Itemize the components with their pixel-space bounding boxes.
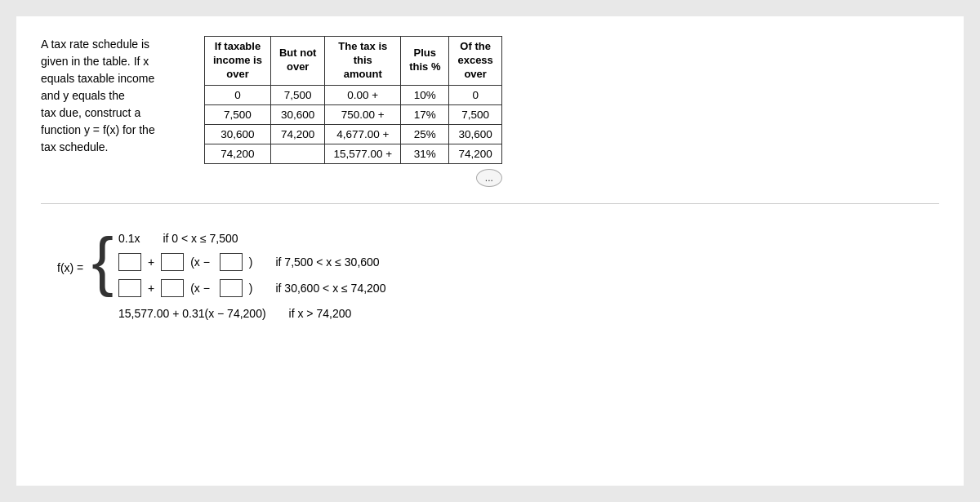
- col-header-4: Plus this %: [401, 37, 449, 86]
- col-header-2: But not over: [270, 37, 324, 86]
- tax-table: If taxable income is over But not over T…: [204, 36, 502, 164]
- row4-col5: 74,200: [449, 144, 501, 163]
- piecewise-lines: 0.1x if 0 < x ≤ 7,500 + (x − ) if 7,500 …: [118, 229, 385, 320]
- row2-col5: 7,500: [449, 104, 501, 124]
- table-row: 0 7,500 0.00 + 10% 0: [205, 85, 502, 104]
- row1-col3: 0.00 +: [325, 85, 401, 104]
- paren-open-2: (x −: [190, 255, 213, 269]
- fx-label: f(x) =: [57, 229, 83, 274]
- row3-col5: 30,600: [449, 124, 501, 144]
- section-divider: [41, 203, 939, 204]
- pw-line-4: 15,577.00 + 0.31(x − 74,200) if x > 74,2…: [118, 307, 385, 320]
- table-row: 74,200 15,577.00 + 31% 74,200: [205, 144, 502, 163]
- row1-col4: 10%: [401, 85, 449, 104]
- row1-col2: 7,500: [270, 85, 324, 104]
- plus-sign-2: +: [148, 255, 154, 269]
- desc-line2: given in the table. If x: [41, 55, 149, 68]
- col-header-3: The tax is this amount: [325, 37, 401, 86]
- table-row: 7,500 30,600 750.00 + 17% 7,500: [205, 104, 502, 124]
- pw-cond-3: if 30,600 < x ≤ 74,200: [275, 282, 385, 295]
- row3-col3: 4,677.00 +: [325, 124, 401, 144]
- desc-line3: equals taxable income: [41, 72, 154, 85]
- row2-col1: 7,500: [205, 104, 271, 124]
- desc-line1: A tax rate schedule is: [41, 38, 149, 51]
- box-input-2b[interactable]: [161, 253, 184, 271]
- row2-col2: 30,600: [270, 104, 324, 124]
- top-row: A tax rate schedule is given in the tabl…: [41, 36, 939, 187]
- row1-col5: 0: [449, 85, 501, 104]
- row4-col1: 74,200: [205, 144, 271, 163]
- box-input-2a[interactable]: [118, 253, 141, 271]
- plus-sign-3: +: [148, 282, 154, 295]
- box-input-3c[interactable]: [220, 279, 243, 297]
- box-input-2c[interactable]: [220, 253, 243, 271]
- table-and-dots: If taxable income is over But not over T…: [204, 36, 502, 187]
- desc-line7: tax schedule.: [41, 140, 109, 153]
- pw-line-1: 0.1x if 0 < x ≤ 7,500: [118, 232, 385, 245]
- table-row: 30,600 74,200 4,677.00 + 25% 30,600: [205, 124, 502, 144]
- col-header-1: If taxable income is over: [205, 37, 271, 86]
- pw-expr-4: 15,577.00 + 0.31(x − 74,200): [118, 307, 266, 320]
- col-header-5: Of the excess over: [449, 37, 501, 86]
- pw-line-2: + (x − ) if 7,500 < x ≤ 30,600: [118, 253, 385, 271]
- description-text: A tax rate schedule is given in the tabl…: [41, 36, 204, 156]
- row4-col2: [270, 144, 324, 163]
- row3-col2: 74,200: [270, 124, 324, 144]
- pw-cond-1: if 0 < x ≤ 7,500: [163, 232, 238, 245]
- brace-container: { 0.1x if 0 < x ≤ 7,500 + (x − ) if 7,50…: [91, 229, 385, 320]
- row1-col1: 0: [205, 85, 271, 104]
- row3-col1: 30,600: [205, 124, 271, 144]
- bottom-section: f(x) = { 0.1x if 0 < x ≤ 7,500 + (x − ): [41, 220, 939, 320]
- row2-col3: 750.00 +: [325, 104, 401, 124]
- row4-col3: 15,577.00 +: [325, 144, 401, 163]
- row4-col4: 31%: [401, 144, 449, 163]
- row3-col4: 25%: [401, 124, 449, 144]
- paren-close-2: ): [249, 255, 253, 269]
- desc-line6: function y = f(x) for the: [41, 123, 155, 136]
- pw-cond-2: if 7,500 < x ≤ 30,600: [275, 255, 379, 269]
- desc-line4: and y equals the: [41, 89, 125, 102]
- paren-open-3: (x −: [190, 282, 213, 295]
- paren-close-3: ): [249, 282, 253, 295]
- main-container: A tax rate schedule is given in the tabl…: [16, 16, 964, 486]
- dots-button[interactable]: ...: [476, 169, 502, 187]
- dots-row: ...: [204, 164, 502, 187]
- desc-line5: tax due, construct a: [41, 106, 140, 119]
- pw-expr-1: 0.1x: [118, 232, 140, 245]
- row2-col4: 17%: [401, 104, 449, 124]
- pw-line-3: + (x − ) if 30,600 < x ≤ 74,200: [118, 279, 385, 297]
- left-brace: {: [91, 229, 114, 320]
- box-input-3a[interactable]: [118, 279, 141, 297]
- pw-cond-4: if x > 74,200: [289, 307, 352, 320]
- box-input-3b[interactable]: [161, 279, 184, 297]
